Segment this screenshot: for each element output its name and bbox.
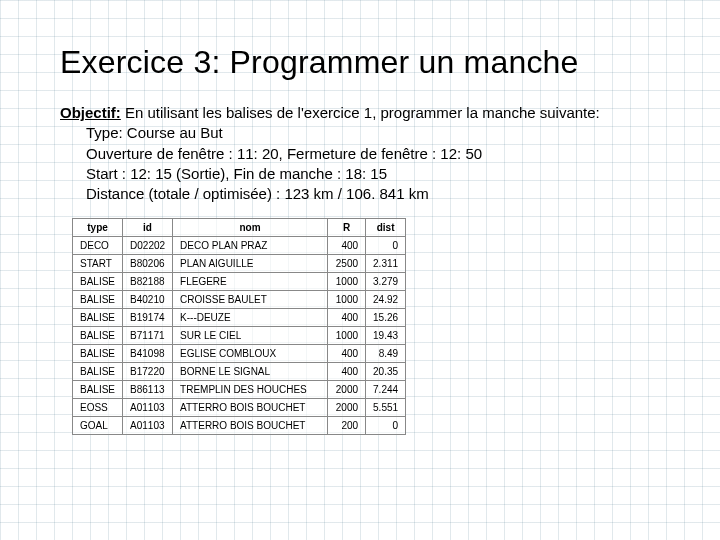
- table-row: BALISEB19174K---DEUZE40015.26: [73, 309, 406, 327]
- cell-type: START: [73, 255, 123, 273]
- cell-id: B82188: [123, 273, 173, 291]
- cell-nom: DECO PLAN PRAZ: [173, 237, 328, 255]
- cell-id: B86113: [123, 381, 173, 399]
- cell-nom: BORNE LE SIGNAL: [173, 363, 328, 381]
- cell-dist: 2.311: [366, 255, 406, 273]
- table-row: BALISEB71171SUR LE CIEL100019.43: [73, 327, 406, 345]
- cell-type: BALISE: [73, 345, 123, 363]
- cell-type: EOSS: [73, 399, 123, 417]
- col-nom: nom: [173, 219, 328, 237]
- cell-nom: CROISSE BAULET: [173, 291, 328, 309]
- cell-r: 400: [328, 237, 366, 255]
- cell-r: 1000: [328, 327, 366, 345]
- cell-id: B41098: [123, 345, 173, 363]
- cell-type: BALISE: [73, 291, 123, 309]
- cell-dist: 15.26: [366, 309, 406, 327]
- objective-line: Ouverture de fenêtre : 11: 20, Fermeture…: [60, 144, 676, 164]
- cell-dist: 8.49: [366, 345, 406, 363]
- cell-type: DECO: [73, 237, 123, 255]
- objective-block: Objectif: En utilisant les balises de l'…: [60, 103, 676, 204]
- waypoints-table: type id nom R dist DECOD02202DECO PLAN P…: [72, 218, 406, 435]
- table-row: BALISEB17220BORNE LE SIGNAL40020.35: [73, 363, 406, 381]
- cell-id: B80206: [123, 255, 173, 273]
- table-row: BALISEB40210CROISSE BAULET100024.92: [73, 291, 406, 309]
- cell-r: 1000: [328, 291, 366, 309]
- cell-dist: 0: [366, 417, 406, 435]
- cell-dist: 20.35: [366, 363, 406, 381]
- cell-id: D02202: [123, 237, 173, 255]
- cell-id: B71171: [123, 327, 173, 345]
- cell-dist: 5.551: [366, 399, 406, 417]
- cell-type: BALISE: [73, 363, 123, 381]
- cell-id: B19174: [123, 309, 173, 327]
- col-r: R: [328, 219, 366, 237]
- objective-line: Distance (totale / optimisée) : 123 km /…: [60, 184, 676, 204]
- table-header-row: type id nom R dist: [73, 219, 406, 237]
- table-row: BALISEB86113TREMPLIN DES HOUCHES20007.24…: [73, 381, 406, 399]
- cell-r: 2000: [328, 399, 366, 417]
- cell-dist: 19.43: [366, 327, 406, 345]
- cell-type: BALISE: [73, 327, 123, 345]
- cell-id: B40210: [123, 291, 173, 309]
- cell-type: BALISE: [73, 273, 123, 291]
- cell-r: 200: [328, 417, 366, 435]
- cell-r: 2500: [328, 255, 366, 273]
- cell-r: 400: [328, 345, 366, 363]
- cell-nom: K---DEUZE: [173, 309, 328, 327]
- cell-nom: TREMPLIN DES HOUCHES: [173, 381, 328, 399]
- slide: Exercice 3: Programmer un manche Objecti…: [0, 0, 720, 455]
- cell-nom: ATTERRO BOIS BOUCHET: [173, 399, 328, 417]
- cell-id: B17220: [123, 363, 173, 381]
- cell-dist: 0: [366, 237, 406, 255]
- cell-r: 1000: [328, 273, 366, 291]
- table-row: DECOD02202DECO PLAN PRAZ4000: [73, 237, 406, 255]
- cell-r: 2000: [328, 381, 366, 399]
- cell-dist: 3.279: [366, 273, 406, 291]
- cell-type: BALISE: [73, 381, 123, 399]
- col-type: type: [73, 219, 123, 237]
- col-dist: dist: [366, 219, 406, 237]
- cell-nom: PLAN AIGUILLE: [173, 255, 328, 273]
- table-row: GOALA01103ATTERRO BOIS BOUCHET2000: [73, 417, 406, 435]
- objective-label: Objectif:: [60, 104, 121, 121]
- objective-line: Type: Course au But: [60, 123, 676, 143]
- page-title: Exercice 3: Programmer un manche: [60, 44, 676, 81]
- objective-line: Start : 12: 15 (Sortie), Fin de manche :…: [60, 164, 676, 184]
- table-row: BALISEB82188FLEGERE10003.279: [73, 273, 406, 291]
- table-row: EOSSA01103ATTERRO BOIS BOUCHET20005.551: [73, 399, 406, 417]
- cell-dist: 7.244: [366, 381, 406, 399]
- cell-nom: FLEGERE: [173, 273, 328, 291]
- objective-first-line: En utilisant les balises de l'exercice 1…: [125, 104, 600, 121]
- cell-id: A01103: [123, 399, 173, 417]
- cell-id: A01103: [123, 417, 173, 435]
- cell-type: GOAL: [73, 417, 123, 435]
- table-row: STARTB80206PLAN AIGUILLE25002.311: [73, 255, 406, 273]
- table-row: BALISEB41098EGLISE COMBLOUX4008.49: [73, 345, 406, 363]
- cell-dist: 24.92: [366, 291, 406, 309]
- cell-nom: ATTERRO BOIS BOUCHET: [173, 417, 328, 435]
- col-id: id: [123, 219, 173, 237]
- cell-type: BALISE: [73, 309, 123, 327]
- cell-nom: SUR LE CIEL: [173, 327, 328, 345]
- cell-r: 400: [328, 363, 366, 381]
- cell-nom: EGLISE COMBLOUX: [173, 345, 328, 363]
- cell-r: 400: [328, 309, 366, 327]
